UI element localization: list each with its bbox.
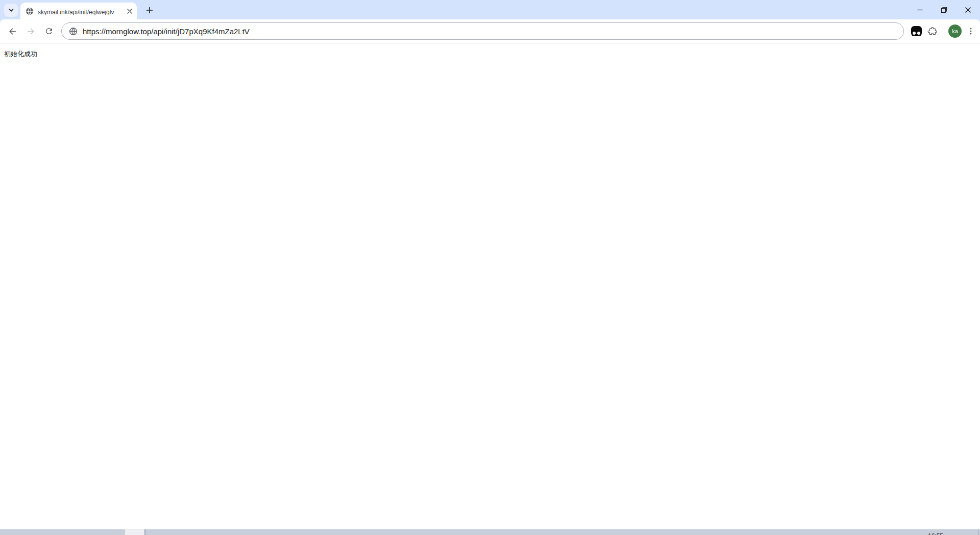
kebab-menu-icon: [967, 27, 975, 35]
chevron-down-icon: [8, 7, 14, 13]
extensions-button[interactable]: [927, 26, 938, 37]
reload-icon: [44, 27, 54, 36]
titlebar: skymail.ink/api/init/eqlwejqlv: [0, 0, 980, 19]
close-icon: [127, 9, 132, 14]
minimize-button[interactable]: [908, 0, 932, 19]
globe-favicon-icon: [26, 7, 34, 15]
browser-menu-button[interactable]: [967, 27, 975, 35]
restore-button[interactable]: [932, 0, 956, 19]
tab-search-button[interactable]: [4, 4, 18, 17]
globe-icon: [69, 27, 78, 36]
toolbar-right: ka: [911, 25, 975, 38]
close-window-button[interactable]: [956, 0, 980, 19]
toolbar: https://mornglow.top/api/init/jD7pXq9Kf4…: [0, 19, 980, 43]
profile-avatar[interactable]: ka: [948, 25, 962, 38]
page-message: 初始化成功: [4, 50, 37, 59]
show-desktop-divider: [978, 529, 979, 535]
close-icon: [965, 7, 971, 13]
arrow-left-icon: [8, 27, 17, 36]
taskbar[interactable]: 16:55: [0, 529, 980, 535]
back-button[interactable]: [4, 23, 20, 39]
url-text[interactable]: https://mornglow.top/api/init/jD7pXq9Kf4…: [83, 27, 250, 36]
toolbar-divider: [943, 26, 943, 36]
forward-button[interactable]: [22, 23, 39, 39]
new-tab-button[interactable]: [143, 4, 156, 16]
browser-tab[interactable]: skymail.ink/api/init/eqlwejqlv: [20, 3, 137, 19]
taskbar-clock: 16:55: [928, 532, 943, 535]
reload-button[interactable]: [41, 23, 57, 39]
taskbar-divider: [144, 529, 145, 535]
tab-title: skymail.ink/api/init/eqlwejqlv: [38, 9, 114, 15]
dark-extension-icon[interactable]: [911, 26, 922, 36]
puzzle-icon: [927, 26, 938, 37]
restore-icon: [941, 7, 947, 13]
address-bar[interactable]: https://mornglow.top/api/init/jD7pXq9Kf4…: [61, 22, 904, 40]
profile-initials: ka: [952, 28, 958, 34]
plus-icon: [146, 7, 153, 14]
tab-close-button[interactable]: [125, 7, 134, 15]
toolbar-background: https://mornglow.top/api/init/jD7pXq9Kf4…: [0, 19, 980, 43]
window-controls: [908, 0, 980, 19]
page-content: 初始化成功: [0, 43, 980, 529]
arrow-right-icon: [26, 27, 36, 36]
minimize-icon: [917, 7, 923, 13]
taskbar-active-app[interactable]: [125, 529, 144, 535]
